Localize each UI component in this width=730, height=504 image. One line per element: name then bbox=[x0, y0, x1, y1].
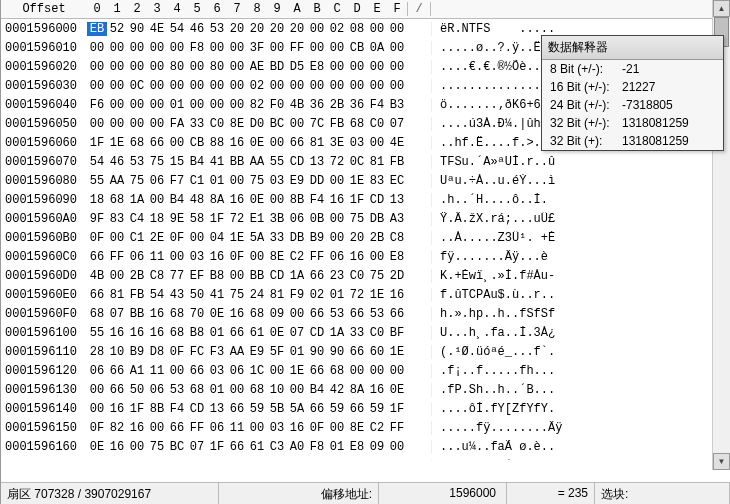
hex-byte[interactable]: 66 bbox=[227, 440, 247, 454]
hex-byte[interactable]: 00 bbox=[387, 79, 407, 93]
hex-row[interactable]: 000159608055AA7506F7C101007503E9DD001E83… bbox=[1, 171, 730, 190]
hex-byte[interactable]: 61 bbox=[247, 326, 267, 340]
hex-byte[interactable]: 54 bbox=[167, 22, 187, 36]
hex-byte[interactable]: BD bbox=[267, 60, 287, 74]
hex-byte[interactable]: BB bbox=[127, 307, 147, 321]
offset-cell[interactable]: 0001596010 bbox=[1, 41, 87, 55]
hex-byte[interactable]: 66 bbox=[307, 307, 327, 321]
hex-byte[interactable]: 01 bbox=[327, 440, 347, 454]
ascii-cell[interactable]: .f¡..f.....fh... bbox=[431, 364, 599, 378]
ascii-cell[interactable]: .....fÿ........Âÿ bbox=[431, 421, 599, 435]
hex-byte[interactable]: 00 bbox=[387, 60, 407, 74]
hex-byte[interactable]: 00 bbox=[347, 364, 367, 378]
hex-byte[interactable]: 00 bbox=[227, 41, 247, 55]
col-header-2[interactable]: 2 bbox=[127, 2, 147, 16]
hex-byte[interactable]: 00 bbox=[327, 60, 347, 74]
hex-byte[interactable]: 81 bbox=[107, 288, 127, 302]
hex-byte[interactable]: CD bbox=[267, 269, 287, 283]
hex-byte[interactable]: 53 bbox=[367, 307, 387, 321]
hex-byte[interactable]: 00 bbox=[107, 79, 127, 93]
hex-byte[interactable]: 66 bbox=[187, 364, 207, 378]
hex-byte[interactable]: 5A bbox=[287, 402, 307, 416]
hex-byte[interactable]: 2E bbox=[147, 231, 167, 245]
hex-row[interactable]: 00015961200666A111006603061C001E66680000… bbox=[1, 361, 730, 380]
hex-byte[interactable]: 42 bbox=[327, 383, 347, 397]
hex-byte[interactable]: B9 bbox=[127, 345, 147, 359]
hex-byte[interactable]: 00 bbox=[227, 98, 247, 112]
hex-byte[interactable]: 16 bbox=[227, 307, 247, 321]
hex-byte[interactable]: 3E bbox=[327, 136, 347, 150]
hex-row[interactable]: 00015960B00F00C12E0F00041E5A33DBB900202B… bbox=[1, 228, 730, 247]
hex-byte[interactable]: 03 bbox=[207, 364, 227, 378]
hex-byte[interactable]: 01 bbox=[127, 459, 147, 461]
hex-byte[interactable]: FF bbox=[107, 250, 127, 264]
hex-byte[interactable]: 00 bbox=[327, 174, 347, 188]
hex-byte[interactable]: 1F bbox=[207, 212, 227, 226]
hex-byte[interactable]: 00 bbox=[367, 79, 387, 93]
hex-byte[interactable]: 00 bbox=[227, 174, 247, 188]
hex-byte[interactable]: FF bbox=[187, 421, 207, 435]
hex-byte[interactable]: 75 bbox=[347, 212, 367, 226]
hex-byte[interactable]: 90 bbox=[307, 345, 327, 359]
hex-byte[interactable]: FB bbox=[127, 288, 147, 302]
hex-byte[interactable]: 1F bbox=[127, 402, 147, 416]
hex-byte[interactable]: 00 bbox=[227, 79, 247, 93]
hex-byte[interactable]: A0 bbox=[287, 440, 307, 454]
hex-byte[interactable]: 03 bbox=[187, 250, 207, 264]
hex-byte[interactable]: 00 bbox=[367, 136, 387, 150]
hex-byte[interactable]: 66 bbox=[347, 402, 367, 416]
hex-byte[interactable]: C8 bbox=[147, 269, 167, 283]
hex-byte[interactable]: 0E bbox=[247, 193, 267, 207]
hex-byte[interactable]: 00 bbox=[107, 117, 127, 131]
hex-byte[interactable]: CD bbox=[287, 155, 307, 169]
hex-byte[interactable]: 52 bbox=[107, 22, 127, 36]
hex-byte[interactable]: 66 bbox=[87, 250, 107, 264]
hex-byte[interactable]: 00 bbox=[167, 41, 187, 55]
hex-byte[interactable]: 18 bbox=[87, 193, 107, 207]
offset-cell[interactable]: 00015960A0 bbox=[1, 212, 87, 226]
hex-byte[interactable]: EC bbox=[387, 174, 407, 188]
hex-byte[interactable]: 04 bbox=[207, 231, 227, 245]
hex-byte[interactable]: AA bbox=[227, 345, 247, 359]
hex-byte[interactable]: 3C bbox=[367, 459, 387, 461]
col-header-C[interactable]: C bbox=[327, 2, 347, 16]
col-header-E[interactable]: E bbox=[367, 2, 387, 16]
hex-byte[interactable]: 08 bbox=[347, 22, 367, 36]
hex-byte[interactable]: 00 bbox=[147, 41, 167, 55]
hex-byte[interactable]: 72 bbox=[227, 212, 247, 226]
hex-byte[interactable]: C4 bbox=[127, 212, 147, 226]
hex-byte[interactable]: 01 bbox=[207, 326, 227, 340]
hex-byte[interactable]: 75 bbox=[227, 288, 247, 302]
col-header-9[interactable]: 9 bbox=[267, 2, 287, 16]
hex-byte[interactable]: 41 bbox=[207, 155, 227, 169]
hex-byte[interactable]: 06 bbox=[147, 174, 167, 188]
hex-byte[interactable]: 0E bbox=[207, 307, 227, 321]
hex-byte[interactable]: 01 bbox=[207, 383, 227, 397]
hex-byte[interactable]: 46 bbox=[107, 155, 127, 169]
hex-byte[interactable]: 9E bbox=[167, 212, 187, 226]
hex-byte[interactable]: 20 bbox=[227, 22, 247, 36]
hex-byte[interactable]: 00 bbox=[247, 421, 267, 435]
hex-byte[interactable]: F4 bbox=[207, 459, 227, 461]
offset-cell[interactable]: 0001596150 bbox=[1, 421, 87, 435]
hex-byte[interactable]: 00 bbox=[367, 22, 387, 36]
hex-byte[interactable]: C3 bbox=[267, 440, 287, 454]
hex-byte[interactable]: 16 bbox=[387, 288, 407, 302]
hex-byte[interactable]: 16 bbox=[147, 307, 167, 321]
hex-byte[interactable]: 58 bbox=[187, 212, 207, 226]
ascii-cell[interactable]: ..Á.....Z3Û¹. +È bbox=[431, 231, 599, 245]
hex-byte[interactable]: 00 bbox=[107, 98, 127, 112]
offset-cell[interactable]: 0001596160 bbox=[1, 440, 87, 454]
hex-byte[interactable]: 68 bbox=[347, 117, 367, 131]
hex-byte[interactable]: 2D bbox=[387, 269, 407, 283]
hex-byte[interactable]: 00 bbox=[247, 250, 267, 264]
col-header-0[interactable]: 0 bbox=[87, 2, 107, 16]
hex-byte[interactable]: 3B bbox=[267, 212, 287, 226]
hex-byte[interactable]: 00 bbox=[147, 98, 167, 112]
hex-byte[interactable]: 20 bbox=[287, 22, 307, 36]
hex-byte[interactable]: 0B bbox=[307, 212, 327, 226]
hex-byte[interactable]: 06 bbox=[147, 383, 167, 397]
hex-byte[interactable]: 33 bbox=[267, 231, 287, 245]
hex-byte[interactable]: DB bbox=[287, 231, 307, 245]
hex-byte[interactable]: 00 bbox=[327, 212, 347, 226]
